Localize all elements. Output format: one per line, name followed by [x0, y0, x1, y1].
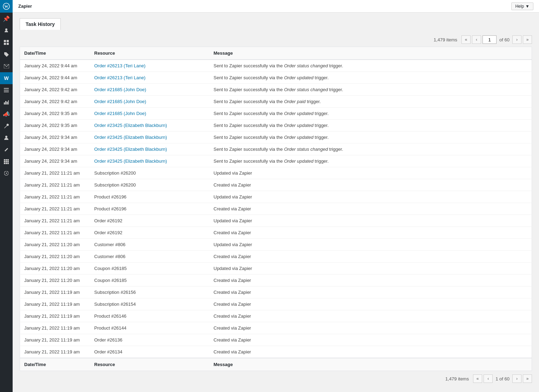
cell-datetime: January 24, 2022 9:42 am — [20, 84, 90, 96]
cell-message: Created via Zapier — [209, 310, 532, 322]
cell-datetime: January 21, 2022 11:21 am — [20, 191, 90, 203]
svg-rect-17 — [6, 159, 7, 161]
prev-page-btn-bottom[interactable]: ‹ — [484, 374, 493, 383]
cell-resource[interactable]: Order #23425 (Elizabeth Blackburn) — [90, 131, 209, 143]
table-row: January 21, 2022 11:21 amSubscription #2… — [20, 167, 532, 179]
resource-link[interactable]: Order #23425 (Elizabeth Blackburn) — [94, 147, 167, 152]
cell-message: Created via Zapier — [209, 227, 532, 239]
cell-message: Sent to Zapier successfully via the Orde… — [209, 72, 532, 84]
svg-rect-19 — [4, 161, 5, 162]
sidebar-icon-play[interactable] — [0, 168, 13, 180]
table-row: January 21, 2022 11:20 amCoupon #26185Up… — [20, 263, 532, 275]
page-number-input-top[interactable] — [483, 35, 497, 44]
cell-resource[interactable]: Order #26213 (Teri Lane) — [90, 60, 209, 72]
svg-rect-8 — [4, 88, 9, 89]
svg-rect-18 — [7, 159, 9, 161]
next-page-btn-bottom[interactable]: › — [512, 374, 521, 383]
cell-message: Sent to Zapier successfully via the Orde… — [209, 96, 532, 108]
sidebar-icon-person[interactable] — [0, 132, 13, 144]
cell-resource: Coupon #26185 — [90, 263, 209, 275]
cell-resource: Subscription #26156 — [90, 286, 209, 298]
top-bar: Zapier Help ▼ — [13, 0, 539, 13]
sidebar-icon-wrench[interactable] — [0, 120, 13, 132]
col-footer-datetime: Date/Time — [20, 358, 90, 371]
cell-message: Sent to Zapier successfully via the Orde… — [209, 60, 532, 72]
resource-link[interactable]: Order #26213 (Teri Lane) — [94, 63, 146, 68]
cell-message: Created via Zapier — [209, 203, 532, 215]
table-row: January 21, 2022 11:19 amProduct #26146C… — [20, 310, 532, 322]
cell-resource[interactable]: Order #23425 (Elizabeth Blackburn) — [90, 120, 209, 131]
svg-rect-3 — [7, 40, 9, 42]
sidebar-icon-mail[interactable] — [0, 60, 13, 72]
cell-resource: Product #26144 — [90, 322, 209, 334]
sidebar-icon-chart[interactable] — [0, 96, 13, 108]
svg-rect-21 — [7, 161, 9, 162]
of-label-top: of 60 — [499, 37, 510, 42]
help-button[interactable]: Help ▼ — [511, 2, 533, 10]
cell-resource[interactable]: Order #23425 (Elizabeth Blackburn) — [90, 155, 209, 167]
resource-link[interactable]: Order #23425 (Elizabeth Blackburn) — [94, 158, 167, 164]
sidebar-icon-woo[interactable]: W — [0, 72, 13, 84]
sidebar-wp-icon[interactable]: W — [0, 0, 13, 13]
cell-message: Created via Zapier — [209, 298, 532, 310]
cell-message: Sent to Zapier successfully via the Orde… — [209, 143, 532, 155]
next-page-btn-top[interactable]: › — [512, 35, 521, 44]
sidebar-icon-megaphone[interactable]: 📣 — [0, 108, 13, 120]
resource-link[interactable]: Order #23425 (Elizabeth Blackburn) — [94, 123, 167, 128]
cell-datetime: January 21, 2022 11:19 am — [20, 298, 90, 310]
table-row: January 24, 2022 9:44 amOrder #26213 (Te… — [20, 60, 532, 72]
table-row: January 21, 2022 11:21 amProduct #26196U… — [20, 191, 532, 203]
svg-marker-26 — [6, 173, 7, 174]
cell-resource: Subscription #26200 — [90, 179, 209, 191]
sidebar-icon-tools[interactable] — [0, 144, 13, 156]
sidebar-icon-pin[interactable]: 📌 — [0, 13, 13, 25]
cell-message: Updated via Zapier — [209, 191, 532, 203]
first-page-btn-bottom[interactable]: « — [473, 374, 482, 383]
cell-message: Created via Zapier — [209, 346, 532, 358]
resource-link[interactable]: Order #21685 (John Doe) — [94, 111, 146, 116]
sidebar-icon-tag[interactable] — [0, 48, 13, 60]
cell-resource: Product #26146 — [90, 310, 209, 322]
resource-link[interactable]: Order #21685 (John Doe) — [94, 99, 146, 104]
first-page-btn-top[interactable]: « — [461, 35, 471, 44]
resource-link[interactable]: Order #23425 (Elizabeth Blackburn) — [94, 135, 167, 140]
sidebar-icon-apps[interactable] — [0, 156, 13, 168]
table-row: January 21, 2022 11:20 amCustomer #806Up… — [20, 239, 532, 251]
cell-datetime: January 21, 2022 11:19 am — [20, 310, 90, 322]
cell-datetime: January 24, 2022 9:34 am — [20, 131, 90, 143]
cell-datetime: January 24, 2022 9:34 am — [20, 155, 90, 167]
sidebar: W 📌 W 📣 — [0, 0, 13, 392]
table-row: January 21, 2022 11:21 amOrder #26192Upd… — [20, 215, 532, 227]
col-footer-resource: Resource — [90, 358, 209, 371]
last-page-btn-bottom[interactable]: » — [523, 374, 532, 383]
cell-datetime: January 21, 2022 11:20 am — [20, 275, 90, 286]
sidebar-icon-list[interactable] — [0, 84, 13, 96]
resource-link[interactable]: Order #26213 (Teri Lane) — [94, 75, 146, 80]
cell-resource[interactable]: Order #21685 (John Doe) — [90, 96, 209, 108]
cell-resource: Subscription #26200 — [90, 167, 209, 179]
task-table: Date/Time Resource Message January 24, 2… — [20, 47, 532, 371]
cell-message: Sent to Zapier successfully via the Orde… — [209, 108, 532, 120]
cell-message: Updated via Zapier — [209, 167, 532, 179]
task-history-tab[interactable]: Task History — [20, 18, 61, 30]
cell-resource[interactable]: Order #23425 (Elizabeth Blackburn) — [90, 143, 209, 155]
cell-datetime: January 21, 2022 11:20 am — [20, 251, 90, 263]
svg-rect-9 — [4, 90, 9, 90]
cell-datetime: January 21, 2022 11:19 am — [20, 334, 90, 346]
svg-rect-2 — [4, 40, 6, 42]
help-label: Help — [515, 4, 524, 9]
last-page-btn-top[interactable]: » — [523, 35, 532, 44]
table-row: January 21, 2022 11:19 amOrder #26136Cre… — [20, 334, 532, 346]
sidebar-icon-grid[interactable] — [0, 36, 13, 48]
cell-resource: Customer #806 — [90, 239, 209, 251]
cell-resource[interactable]: Order #21685 (John Doe) — [90, 84, 209, 96]
svg-rect-12 — [5, 101, 6, 104]
prev-page-btn-top[interactable]: ‹ — [472, 35, 481, 44]
resource-link[interactable]: Order #21685 (John Doe) — [94, 87, 146, 92]
cell-message: Created via Zapier — [209, 334, 532, 346]
cell-resource[interactable]: Order #21685 (John Doe) — [90, 108, 209, 120]
col-header-datetime: Date/Time — [20, 47, 90, 60]
sidebar-icon-people[interactable] — [0, 25, 13, 36]
cell-resource[interactable]: Order #26213 (Teri Lane) — [90, 72, 209, 84]
cell-message: Created via Zapier — [209, 322, 532, 334]
